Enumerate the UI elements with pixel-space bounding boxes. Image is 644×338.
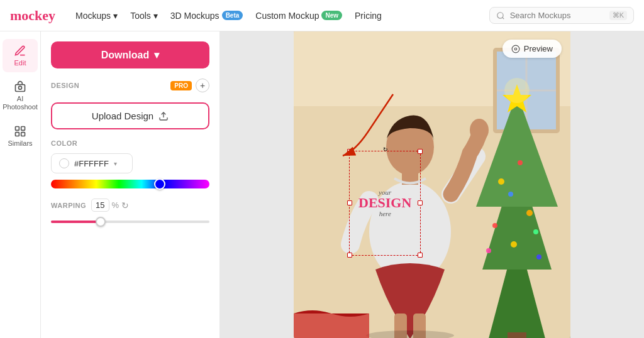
color-picker[interactable]: #FFFFFF ▾ <box>51 153 133 173</box>
warping-label: WARPING <box>51 202 86 209</box>
ai-photoshoot-icon <box>13 80 27 94</box>
svg-rect-17 <box>508 332 526 338</box>
search-bar[interactable]: ⌘K <box>489 7 634 24</box>
similars-icon <box>13 124 27 138</box>
nav-mockups[interactable]: Mockups ▾ <box>75 11 118 21</box>
design-label: DESIGN <box>51 82 79 89</box>
warping-unit: % <box>112 200 119 210</box>
nav-custom-mockup[interactable]: Custom Mockup New <box>255 11 342 21</box>
sidebar-item-similars[interactable]: Similars <box>3 119 38 153</box>
design-section-header: DESIGN PRO + <box>51 79 209 92</box>
slider-fill <box>51 221 99 223</box>
svg-point-22 <box>492 223 497 228</box>
search-input[interactable] <box>510 11 604 20</box>
nav-tools[interactable]: Tools ▾ <box>130 11 158 21</box>
sidebar-icons: Edit AIAI PhotoshootPhotoshoot Similars <box>0 31 41 338</box>
main-area: Edit AIAI PhotoshootPhotoshoot Similars … <box>0 31 644 338</box>
search-icon <box>496 11 505 20</box>
ai-photoshoot-label: AIAI PhotoshootPhotoshoot <box>3 95 38 111</box>
upload-icon <box>158 111 169 121</box>
color-gradient-bar[interactable] <box>51 180 209 188</box>
beta-badge: Beta <box>222 11 243 20</box>
canvas-area: ↻ your DESIGN here Preview <box>220 31 644 338</box>
panel: Download ▾ DESIGN PRO + Upload Design CO… <box>41 31 220 338</box>
color-hex-value: #FFFFFF <box>74 159 109 168</box>
color-gradient[interactable] <box>51 180 209 188</box>
mockup-image: ↻ your DESIGN here Preview <box>294 31 570 338</box>
svg-point-26 <box>536 254 541 259</box>
add-design-button[interactable]: + <box>196 79 209 92</box>
svg-rect-36 <box>294 313 369 338</box>
header: mockey Mockups ▾ Tools ▾ 3D Mockups Beta… <box>0 0 644 31</box>
svg-point-37 <box>512 45 519 53</box>
design-overlay[interactable]: ↻ your DESIGN here <box>349 151 421 256</box>
new-badge: New <box>321 11 342 20</box>
svg-point-34 <box>470 119 489 141</box>
color-label: COLOR <box>51 139 209 147</box>
svg-rect-5 <box>16 132 19 136</box>
upload-design-button[interactable]: Upload Design <box>51 102 209 129</box>
color-gradient-thumb[interactable] <box>154 178 165 190</box>
svg-rect-1 <box>16 85 25 92</box>
design-placeholder-text: your DESIGN here <box>350 151 420 255</box>
svg-point-28 <box>504 78 530 103</box>
pro-badge: PRO <box>170 81 192 90</box>
color-section: COLOR #FFFFFF ▾ <box>51 139 209 188</box>
svg-point-19 <box>518 160 523 165</box>
svg-point-20 <box>508 192 513 197</box>
svg-point-38 <box>514 48 517 50</box>
preview-icon <box>511 45 520 53</box>
color-chevron-icon: ▾ <box>114 160 117 167</box>
edit-label: Edit <box>14 59 26 67</box>
svg-rect-3 <box>16 126 19 130</box>
color-swatch <box>59 158 69 168</box>
svg-rect-4 <box>21 126 25 130</box>
svg-point-23 <box>533 229 538 234</box>
sidebar-item-edit[interactable]: Edit <box>3 39 38 72</box>
svg-rect-6 <box>21 132 25 136</box>
download-button[interactable]: Download ▾ <box>51 41 209 68</box>
scene-svg <box>294 31 570 338</box>
warping-reset-icon[interactable]: ↻ <box>121 200 129 210</box>
slider-track <box>51 221 209 223</box>
warping-header: WARPING 15 % ↻ <box>51 199 209 212</box>
logo[interactable]: mockey <box>10 8 55 24</box>
warping-value-display: 15 % ↻ <box>91 199 129 212</box>
warping-section: WARPING 15 % ↻ <box>51 199 209 226</box>
sidebar-item-ai-photoshoot[interactable]: AIAI PhotoshootPhotoshoot <box>3 75 38 116</box>
nav-3d-mockups[interactable]: 3D Mockups Beta <box>170 11 243 21</box>
svg-point-25 <box>486 248 491 253</box>
search-shortcut: ⌘K <box>609 11 627 20</box>
svg-point-21 <box>526 210 533 216</box>
svg-point-0 <box>497 12 502 18</box>
svg-point-18 <box>498 178 504 185</box>
warping-slider[interactable] <box>51 218 209 226</box>
edit-icon <box>13 44 27 58</box>
nav-pricing[interactable]: Pricing <box>355 11 382 21</box>
svg-point-24 <box>511 241 517 248</box>
similars-label: Similars <box>8 139 32 148</box>
preview-button[interactable]: Preview <box>502 40 562 58</box>
slider-thumb[interactable] <box>96 217 106 227</box>
svg-point-2 <box>19 86 22 89</box>
nav: Mockups ▾ Tools ▾ 3D Mockups Beta Custom… <box>75 11 474 21</box>
warping-number: 15 <box>91 199 109 212</box>
